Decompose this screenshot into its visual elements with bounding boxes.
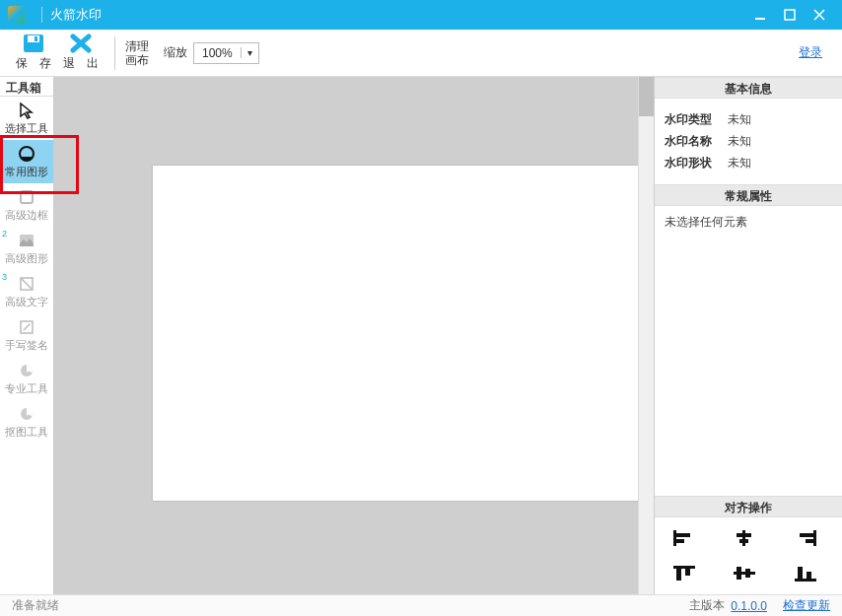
svg-rect-21	[685, 569, 690, 576]
wm-name-label: 水印名称	[665, 133, 722, 150]
titlebar: 火箭水印	[0, 0, 842, 30]
svg-rect-17	[800, 533, 813, 537]
clear-canvas-l2: 画布	[125, 53, 149, 67]
tool-advanced-text-label: 高级文字	[5, 295, 48, 309]
basic-info: 水印类型未知 水印名称未知 水印形状未知	[655, 99, 842, 184]
wm-type-value: 未知	[728, 111, 751, 128]
tool-pro-label: 专业工具	[5, 381, 48, 396]
align-top-button[interactable]	[672, 565, 696, 582]
tool-advanced-border[interactable]: 高级边框	[0, 183, 53, 227]
version-label: 主版本	[689, 597, 725, 614]
tool-handwriting[interactable]: 手写签名	[0, 313, 53, 357]
tool-common-shapes[interactable]: 常用图形	[0, 140, 53, 183]
pen-icon	[18, 318, 35, 336]
align-right-button[interactable]	[794, 529, 817, 547]
svg-rect-16	[813, 530, 816, 546]
normal-props-empty: 未选择任何元素	[655, 206, 842, 496]
svg-rect-25	[795, 579, 816, 582]
svg-rect-11	[676, 533, 690, 537]
align-left-button[interactable]	[672, 529, 696, 547]
maximize-icon	[784, 9, 796, 21]
app-title: 火箭水印	[50, 6, 102, 24]
chevron-down-icon[interactable]: ▾	[241, 47, 258, 58]
tool-select-label: 选择工具	[5, 121, 48, 136]
svg-rect-18	[806, 539, 813, 543]
login-link[interactable]: 登录	[799, 44, 832, 61]
close-icon	[813, 9, 825, 21]
save-button[interactable]: 保 存	[10, 34, 57, 72]
tool-handwriting-label: 手写签名	[5, 338, 48, 353]
svg-rect-3	[28, 35, 39, 42]
tool-advanced-text[interactable]: 3 高级文字	[0, 270, 53, 313]
close-button[interactable]	[805, 0, 834, 30]
svg-rect-13	[742, 530, 745, 546]
badge-2: 2	[2, 229, 7, 239]
svg-rect-19	[673, 566, 695, 569]
canvas-area[interactable]	[54, 77, 655, 594]
align-header: 对齐操作	[655, 496, 842, 517]
wm-shape-label: 水印形状	[665, 155, 722, 171]
svg-rect-0	[755, 18, 765, 20]
svg-rect-26	[798, 567, 803, 579]
right-panel: 基本信息 水印类型未知 水印名称未知 水印形状未知 常规属性 未选择任何元素 对…	[655, 77, 842, 594]
align-grid	[655, 517, 842, 594]
wm-type-label: 水印类型	[665, 111, 722, 128]
scrollbar-thumb[interactable]	[639, 77, 654, 116]
vertical-scrollbar[interactable]	[638, 77, 654, 594]
svg-rect-6	[21, 191, 33, 203]
align-center-v-button[interactable]	[733, 565, 756, 582]
check-update-link[interactable]: 检查更新	[783, 597, 830, 614]
statusbar: 准备就绪 主版本 0.1.0.0 检查更新	[0, 594, 842, 616]
tool-advanced-border-label: 高级边框	[5, 208, 48, 223]
border-icon	[18, 188, 35, 206]
status-ready: 准备就绪	[12, 597, 59, 614]
zoom-select[interactable]: 100% ▾	[193, 42, 259, 64]
badge-3: 3	[2, 272, 7, 282]
maximize-button[interactable]	[775, 0, 805, 30]
svg-rect-4	[35, 36, 37, 41]
zoom-label: 缩放	[164, 44, 187, 61]
tool-advanced-shapes-label: 高级图形	[5, 251, 48, 266]
titlebar-separator	[41, 7, 42, 23]
toolbar-divider	[114, 36, 115, 70]
svg-rect-10	[673, 530, 676, 546]
toolbox: 工具箱 选择工具 常用图形 高级边框 2 高级图形	[0, 77, 54, 594]
svg-rect-12	[676, 539, 684, 543]
save-label: 保 存	[12, 55, 54, 72]
exit-icon	[70, 34, 92, 53]
svg-rect-14	[737, 533, 751, 537]
tool-common-shapes-label: 常用图形	[5, 165, 48, 179]
zoom-value: 100%	[194, 46, 241, 60]
text-icon	[18, 275, 35, 293]
svg-rect-15	[739, 539, 748, 543]
clear-canvas-l1: 清理	[125, 39, 149, 53]
minimize-button[interactable]	[745, 0, 775, 30]
zoom-control: 缩放 100% ▾	[164, 42, 259, 64]
version-link[interactable]: 0.1.0.0	[731, 599, 767, 613]
wm-shape-value: 未知	[728, 155, 751, 171]
align-bottom-button[interactable]	[794, 565, 817, 582]
save-icon	[23, 34, 44, 53]
tool-advanced-shapes[interactable]: 2 高级图形	[0, 227, 53, 270]
clear-canvas-button[interactable]: 清理 画布	[125, 39, 149, 67]
exit-label: 退 出	[59, 55, 102, 72]
align-center-h-button[interactable]	[733, 529, 756, 547]
tool-pro[interactable]: 专业工具	[0, 357, 53, 400]
tool-select[interactable]: 选择工具	[0, 97, 53, 140]
tool-cutout[interactable]: 抠图工具	[0, 400, 53, 444]
basic-info-header: 基本信息	[655, 77, 842, 99]
palette2-icon	[18, 405, 35, 423]
app-icon	[8, 6, 26, 24]
wm-name-value: 未知	[728, 133, 751, 150]
minimize-icon	[754, 9, 766, 21]
image-icon	[18, 232, 35, 249]
svg-rect-1	[785, 10, 795, 20]
exit-button[interactable]: 退 出	[57, 34, 105, 72]
normal-props-header: 常规属性	[655, 184, 842, 206]
main: 工具箱 选择工具 常用图形 高级边框 2 高级图形	[0, 77, 842, 594]
svg-rect-20	[676, 569, 681, 581]
svg-rect-23	[737, 567, 741, 580]
canvas-paper[interactable]	[153, 166, 643, 501]
toolbox-header: 工具箱	[0, 77, 53, 97]
toolbar: 保 存 退 出 清理 画布 缩放 100% ▾ 登录	[0, 30, 842, 77]
